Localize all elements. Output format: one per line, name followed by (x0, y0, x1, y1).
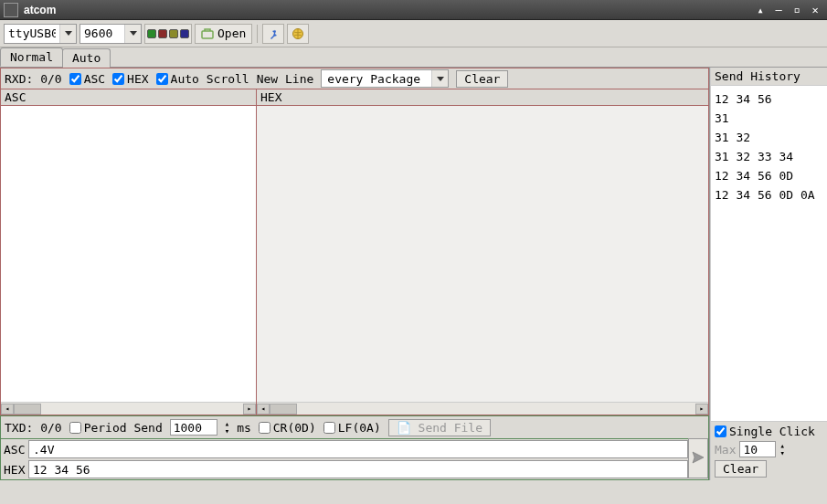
send-asc-label: ASC (1, 443, 28, 457)
asc-pane: ASC ◂ ▸ (1, 89, 257, 415)
help-button[interactable] (287, 24, 309, 44)
newline-label: New Line (257, 72, 314, 86)
window-titlebar: atcom ▴ — ▫ ✕ (0, 0, 827, 20)
pin-icon (267, 27, 280, 40)
tab-strip: Normal Auto (0, 47, 827, 68)
max-input[interactable] (739, 441, 776, 457)
history-item[interactable]: 31 32 (715, 128, 823, 147)
hex-output[interactable] (257, 106, 708, 402)
rx-toolbar: RXD: 0/0 ASC HEX Auto Scroll New Line ev… (0, 68, 709, 89)
scroll-right-icon[interactable]: ▸ (243, 404, 256, 415)
tab-auto[interactable]: Auto (62, 48, 111, 68)
open-label: Open (217, 26, 246, 40)
port-input[interactable] (5, 26, 59, 40)
single-click-checkbox[interactable]: Single Click (715, 425, 823, 438)
period-input[interactable] (170, 419, 217, 436)
asc-output[interactable] (1, 106, 256, 402)
newline-value: every Package (322, 72, 431, 86)
main-panel: RXD: 0/0 ASC HEX Auto Scroll New Line ev… (0, 68, 710, 480)
scroll-left-icon[interactable]: ◂ (1, 404, 14, 415)
file-icon: 📄 (397, 421, 411, 435)
history-panel: Send History 12 34 563131 3231 32 33 341… (710, 68, 827, 480)
led-yellow (169, 29, 178, 38)
port-combo[interactable] (4, 24, 77, 44)
max-label: Max (715, 443, 736, 457)
history-clear-button[interactable]: Clear (715, 460, 767, 478)
send-icon (691, 450, 705, 467)
send-asc-input[interactable] (28, 440, 688, 458)
period-unit: ms (237, 421, 251, 435)
send-inputs: ASC HEX (1, 438, 688, 479)
scroll-left-icon[interactable]: ◂ (257, 404, 270, 415)
tx-area: TXD: 0/0 Period Send ▴▾ ms CR(0D) LF(0A)… (0, 415, 709, 480)
close-button[interactable]: ✕ (807, 3, 823, 17)
history-item[interactable]: 12 34 56 0D (715, 166, 823, 185)
newline-dropdown-icon[interactable] (431, 70, 448, 87)
hex-pane: HEX ◂ ▸ (257, 89, 708, 415)
autoscroll-checkbox[interactable]: Auto Scroll (156, 72, 249, 86)
history-item[interactable]: 12 34 56 0D 0A (715, 185, 823, 205)
hex-checkbox[interactable]: HEX (112, 72, 148, 86)
led-green (147, 29, 156, 38)
rx-clear-button[interactable]: Clear (456, 70, 508, 88)
globe-icon (292, 27, 304, 40)
tx-toolbar: TXD: 0/0 Period Send ▴▾ ms CR(0D) LF(0A)… (1, 416, 708, 438)
pin-button[interactable] (262, 24, 284, 44)
send-hex-input[interactable] (28, 460, 688, 478)
open-icon (201, 27, 214, 40)
minimize-button[interactable]: — (770, 3, 787, 17)
hex-pane-header: HEX (257, 89, 708, 106)
baud-combo[interactable] (80, 24, 142, 44)
window-title: atcom (24, 4, 750, 16)
rollup-button[interactable]: ▴ (752, 3, 769, 17)
led-red (158, 29, 167, 38)
send-file-button[interactable]: 📄 Send File (388, 419, 491, 436)
history-controls: Single Click Max ▴▾ Clear (711, 421, 827, 480)
baud-input[interactable] (80, 26, 124, 40)
max-spinner[interactable]: ▴▾ (779, 442, 784, 457)
send-button[interactable] (688, 438, 708, 478)
cr-checkbox[interactable]: CR(0D) (259, 421, 316, 435)
hex-hscroll[interactable]: ◂ ▸ (257, 402, 708, 415)
asc-checkbox[interactable]: ASC (69, 72, 105, 86)
asc-hscroll[interactable]: ◂ ▸ (1, 402, 256, 415)
scroll-thumb[interactable] (14, 404, 41, 415)
tab-normal[interactable]: Normal (0, 47, 63, 67)
port-dropdown-icon[interactable] (59, 25, 76, 43)
history-list[interactable]: 12 34 563131 3231 32 33 3412 34 56 0D12 … (711, 86, 827, 421)
asc-pane-header: ASC (1, 89, 256, 106)
scroll-thumb[interactable] (270, 404, 297, 415)
baud-dropdown-icon[interactable] (124, 25, 141, 43)
status-leds (144, 24, 192, 44)
period-spinner[interactable]: ▴▾ (225, 420, 229, 435)
svg-rect-0 (202, 31, 213, 38)
period-send-checkbox[interactable]: Period Send (69, 421, 163, 435)
separator (257, 25, 258, 43)
history-item[interactable]: 12 34 56 (715, 89, 823, 109)
rx-panes: ASC ◂ ▸ HEX ◂ ▸ (0, 89, 709, 415)
send-hex-label: HEX (1, 463, 28, 477)
history-item[interactable]: 31 32 33 34 (715, 147, 823, 166)
maximize-button[interactable]: ▫ (789, 3, 805, 17)
app-icon (4, 3, 18, 17)
rxd-counter: RXD: 0/0 (5, 72, 62, 86)
newline-combo[interactable]: every Package (321, 69, 449, 88)
txd-counter: TXD: 0/0 (5, 421, 62, 435)
main-toolbar: Open (0, 20, 827, 47)
history-title: Send History (711, 68, 827, 86)
open-button[interactable]: Open (195, 24, 252, 44)
lf-checkbox[interactable]: LF(0A) (323, 421, 381, 435)
scroll-right-icon[interactable]: ▸ (695, 404, 708, 415)
led-blue (180, 29, 189, 38)
history-item[interactable]: 31 (715, 109, 823, 128)
